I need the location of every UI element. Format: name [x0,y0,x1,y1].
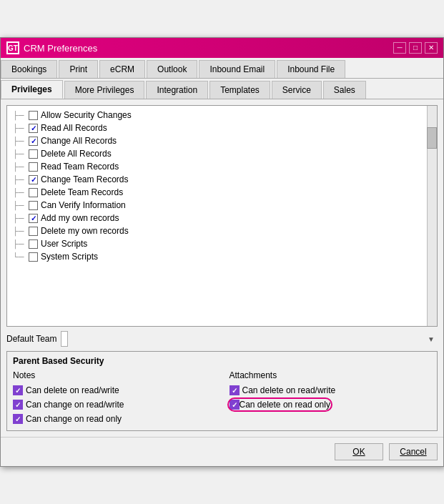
pbs-attachments-checkbox[interactable] [230,385,240,395]
tree-checkbox[interactable] [29,162,38,172]
tree-checkbox[interactable] [29,201,38,210]
tree-connector-icon: ├─ [13,188,29,197]
tree-item: ├─Change All Records [10,134,424,147]
pbs-notes-checkbox[interactable] [13,414,23,424]
tree-checkbox[interactable] [29,239,38,249]
title-bar-left: GT CRM Preferences [6,41,97,54]
tree-item-label: Allow Security Changes [41,110,132,120]
pbs-notes-col: Notes Can delete on read/writeCan change… [13,370,215,426]
tree-item: ├─Change Team Records [10,173,424,186]
tree-item: ├─Read All Records [10,122,424,134]
tab-outlook[interactable]: Outlook [147,60,197,78]
tab-templates[interactable]: Templates [209,81,270,99]
tree-connector-icon: ├─ [13,111,29,119]
tree-item: └─System Scripts [10,250,424,263]
tab-integration[interactable]: Integration [146,81,208,99]
pbs-attachments-title: Attachments [230,370,432,380]
pbs-notes-title: Notes [13,370,215,380]
tree-item-label: Read All Records [41,123,107,133]
pbs-notes-checkbox[interactable] [13,385,23,395]
tab-inbound-file[interactable]: Inbound File [277,60,345,78]
pbs-notes-checkbox[interactable] [13,400,23,410]
tree-item: ├─Can Verify Information [10,199,424,212]
tree-checkbox[interactable] [29,214,38,223]
pbs-attachments-item: Can delete on read only [230,397,432,412]
tree-item-label: Delete my own records [41,226,129,236]
maximize-button[interactable]: □ [409,42,422,54]
tree-item: ├─User Scripts [10,237,424,250]
tree-item: ├─Delete my own records [10,224,424,237]
pbs-attachments-item-label: Can delete on read only [240,400,330,410]
content-area: ├─Allow Security Changes├─Read All Recor… [1,99,443,437]
tree-connector-icon: ├─ [13,149,29,158]
tab-print[interactable]: Print [59,60,98,78]
tab-sales[interactable]: Sales [323,81,366,99]
tree-checkbox[interactable] [29,175,38,184]
tree-checkbox[interactable] [29,227,38,236]
tab-more-privileges[interactable]: More Privileges [64,81,145,99]
default-team-dropdown-wrapper: ▼ [61,331,438,347]
tree-item: ├─Delete All Records [10,147,424,160]
tab-row-1: BookingsPrinteCRMOutlookInbound EmailInb… [1,58,443,79]
pbs-attachments-checkbox[interactable] [230,400,240,410]
tree-item-label: Add my own records [41,213,119,223]
close-button[interactable]: ✕ [425,42,438,54]
tree-connector-icon: ├─ [13,175,29,184]
crm-preferences-window: GT CRM Preferences ─ □ ✕ BookingsPrinteC… [0,37,444,467]
tree-item-label: Delete Team Records [41,187,123,197]
tree-checkbox[interactable] [29,149,38,159]
default-team-dropdown[interactable] [61,331,68,347]
tree-checkbox[interactable] [29,188,38,197]
tree-item: ├─Delete Team Records [10,186,424,199]
tree-checkbox[interactable] [29,252,38,262]
circled-item: Can delete on read only [230,400,330,410]
cancel-label: Cancel [400,447,426,457]
tree-item: ├─Add my own records [10,212,424,224]
pbs-notes-item-label: Can delete on read/write [26,385,119,395]
title-bar: GT CRM Preferences ─ □ ✕ [1,38,443,58]
tree-connector-icon: └─ [13,252,29,261]
pbs-title: Parent Based Security [13,356,431,366]
minimize-button[interactable]: ─ [393,42,406,54]
dropdown-arrow-icon: ▼ [428,335,435,343]
tree-item-label: Delete All Records [41,149,112,159]
scrollbar-thumb[interactable] [427,127,437,149]
tab-row-2: PrivilegesMore PrivilegesIntegrationTemp… [1,79,443,99]
tree-container[interactable]: ├─Allow Security Changes├─Read All Recor… [6,105,438,327]
tree-item: ├─Allow Security Changes [10,109,424,122]
footer: OK Cancel [1,437,443,466]
pbs-notes-item-label: Can change on read/write [26,400,124,410]
tree-connector-icon: ├─ [13,239,29,248]
tree-connector-icon: ├─ [13,214,29,222]
tree-item-label: Change Team Records [41,174,129,184]
tree-item-label: User Scripts [41,239,87,249]
pbs-attachments-item: Can delete on read/write [230,383,432,397]
scrollbar[interactable] [427,106,437,326]
tab-ecrm[interactable]: eCRM [99,60,145,78]
tab-inbound-email[interactable]: Inbound Email [199,60,275,78]
ok-button[interactable]: OK [335,443,383,460]
cancel-button[interactable]: Cancel [389,443,438,460]
tree-checkbox[interactable] [29,111,38,120]
pbs-attachments-col: Attachments Can delete on read/writeCan … [230,370,432,426]
tab-privileges[interactable]: Privileges [1,80,63,99]
pbs-notes-item-label: Can change on read only [26,414,122,424]
pbs-notes-item: Can delete on read/write [13,383,215,397]
tree-item-label: Change All Records [41,136,117,146]
default-team-row: Default Team ▼ [6,331,438,347]
tab-service[interactable]: Service [272,81,322,99]
tree-checkbox[interactable] [29,124,38,133]
tree-checkbox[interactable] [29,137,38,146]
tree-item-label: Can Verify Information [41,200,126,210]
tree-connector-icon: ├─ [13,124,29,132]
tree-connector-icon: ├─ [13,162,29,171]
pbs-attachments-item-label: Can delete on read/write [242,385,336,395]
pbs-notes-item: Can change on read/write [13,397,215,412]
tree-connector-icon: ├─ [13,137,29,145]
tree-item-label: System Scripts [41,252,98,262]
window-title: CRM Preferences [24,43,97,54]
ok-label: OK [352,447,365,457]
tree-connector-icon: ├─ [13,227,29,235]
tab-bookings[interactable]: Bookings [1,60,57,78]
default-team-label: Default Team [6,334,56,344]
